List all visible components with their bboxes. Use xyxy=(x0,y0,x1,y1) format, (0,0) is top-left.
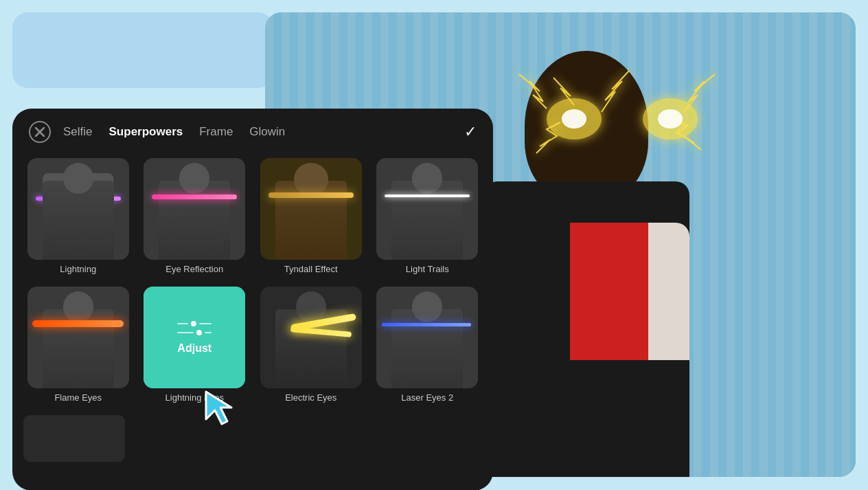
effect-label-flame-eyes: Flame Eyes xyxy=(54,392,102,403)
adjust-icon xyxy=(177,321,212,335)
effect-label-electric-eyes: Electric Eyes xyxy=(285,392,336,403)
svg-line-5 xyxy=(36,128,44,136)
effect-thumb-laser-eyes-2 xyxy=(376,287,478,388)
adjust-bar-short xyxy=(177,323,188,324)
effect-laser-eyes-2[interactable]: Laser Eyes 2 xyxy=(373,287,483,403)
confirm-button[interactable]: ✓ xyxy=(464,123,477,141)
nav-frame[interactable]: Frame xyxy=(199,125,233,139)
adjust-line-1 xyxy=(177,321,212,326)
adjust-label: Adjust xyxy=(177,342,212,355)
effect-thumb-light-trails xyxy=(376,158,478,260)
effect-label-laser-eyes-2: Laser Eyes 2 xyxy=(401,392,453,403)
effects-grid-row2: Flame Eyes xyxy=(12,281,493,403)
jacket-red-panel xyxy=(570,223,652,360)
effect-label-light-trails: Light Trails xyxy=(406,264,449,274)
effect-label-eye-reflection: Eye Reflection xyxy=(165,264,223,274)
svg-point-3 xyxy=(658,109,683,129)
adjust-overlay: Adjust xyxy=(144,287,245,388)
effects-grid-row1: Lightning Eye Reflection Tyndall Effect xyxy=(12,153,493,274)
effect-thumb-eye-reflection xyxy=(144,158,245,260)
lightning-effect xyxy=(478,67,753,170)
cursor-arrow xyxy=(203,388,244,430)
svg-line-4 xyxy=(36,128,44,136)
effect-label-lightning: Lightning xyxy=(60,264,96,274)
effect-lightning[interactable]: Lightning xyxy=(23,158,133,274)
effect-thumb-tyndall xyxy=(260,158,362,260)
nav-selfie[interactable]: Selfie xyxy=(63,125,93,139)
effect-eye-reflection[interactable]: Eye Reflection xyxy=(140,158,250,274)
nav-items: Selfie Superpowers Frame Glowin xyxy=(63,125,464,139)
effect-thumb-flame-eyes xyxy=(27,287,129,388)
top-left-decoration xyxy=(12,12,273,88)
svg-marker-6 xyxy=(206,392,231,424)
effect-electric-eyes[interactable]: Electric Eyes xyxy=(256,287,366,403)
nav-glowin[interactable]: Glowin xyxy=(249,125,285,139)
adjust-line-2 xyxy=(177,330,212,335)
svg-point-2 xyxy=(562,109,586,129)
nav-bar: Selfie Superpowers Frame Glowin ✓ xyxy=(12,109,493,153)
person-jacket xyxy=(483,181,689,477)
adjust-bar-2 xyxy=(177,332,194,333)
adjust-bar-3 xyxy=(205,332,212,333)
effect-thumb-electric-eyes xyxy=(260,287,362,388)
effect-label-tyndall: Tyndall Effect xyxy=(284,264,338,274)
adjust-bar-long xyxy=(199,323,212,324)
partial-row xyxy=(12,410,493,462)
jacket-white-panel xyxy=(648,223,689,360)
effect-tyndall[interactable]: Tyndall Effect xyxy=(256,158,366,274)
adjust-circle-2 xyxy=(196,330,202,335)
effect-thumb-lightning-eyes: Adjust xyxy=(144,287,245,388)
app-panel: Selfie Superpowers Frame Glowin ✓ Lightn… xyxy=(12,109,493,490)
effect-flame-eyes[interactable]: Flame Eyes xyxy=(23,287,133,403)
effect-lightning-eyes[interactable]: Adjust Lightning Eyes xyxy=(140,287,250,403)
partial-thumb-1[interactable] xyxy=(23,415,125,462)
cancel-button[interactable] xyxy=(29,121,51,143)
adjust-circle xyxy=(191,321,196,326)
effect-thumb-lightning xyxy=(27,158,129,260)
effect-light-trails[interactable]: Light Trails xyxy=(373,158,483,274)
nav-superpowers[interactable]: Superpowers xyxy=(109,125,183,139)
